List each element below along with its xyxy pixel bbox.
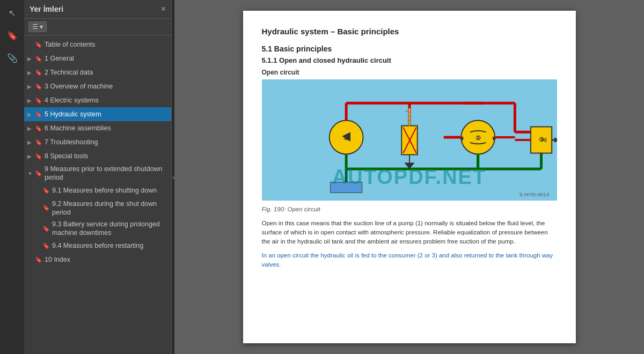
body-text-2: In an open circuit the hydraulic oil is … [262, 251, 557, 270]
circuit-diagram: ① ② [262, 79, 557, 201]
circuit-label: Open circuit [262, 69, 557, 76]
sidebar-item-label-8: 8 Special tools [45, 152, 168, 160]
bookmark-icon-1: 🔖 [35, 55, 42, 62]
sidebar-item-label-3: 3 Overview of machine [45, 82, 168, 91]
bookmark-icon-toc: 🔖 [35, 41, 42, 48]
expand-arrow-3: ▶ [27, 84, 35, 90]
sidebar-item-label-9-2: 9.2 Measures during the shut down period [52, 200, 168, 217]
expand-arrow-1: ▶ [27, 56, 35, 62]
sidebar-item-label-9-3: 9.3 Battery service during prolonged mac… [52, 220, 168, 238]
sidebar-item-10[interactable]: 🔖 10 Index [24, 253, 171, 267]
sidebar-item-label-1: 1 General [45, 54, 168, 63]
sidebar-item-label-5: 5 Hydraulic system [45, 110, 168, 119]
page-title: Hydraulic system – Basic principles [262, 27, 557, 38]
bookmark-icon-5: 🔖 [35, 111, 42, 118]
sidebar-item-label-6: 6 Machine assemblies [45, 124, 168, 132]
sidebar-item-9-1[interactable]: 🔖 9.1 Measures before shutting down [24, 184, 171, 198]
sidebar-item-9-4[interactable]: 🔖 9.4 Measures before restarting [24, 239, 171, 253]
body-text-1: Open in this case means that the suction… [262, 219, 557, 247]
sidebar-item-9-2[interactable]: 🔖 9.2 Measures during the shut down peri… [24, 198, 171, 219]
sidebar-item-label-10: 10 Index [45, 255, 168, 264]
sidebar-item-4[interactable]: ▶ 🔖 4 Electric systems [24, 93, 171, 107]
sidebar-panel: Yer İmleri × ☰ ▾ 🔖 Table of contents ▶ 🔖… [24, 0, 172, 354]
sidebar-item-9-3[interactable]: 🔖 9.3 Battery service during prolonged m… [24, 218, 171, 239]
bookmark-icon-9: 🔖 [35, 170, 42, 177]
bookmark-icon-7: 🔖 [35, 139, 42, 146]
svg-rect-16 [330, 182, 362, 193]
svg-text:S-HYD-0013: S-HYD-0013 [519, 191, 549, 197]
bookmark-icon-9-4: 🔖 [42, 242, 50, 249]
bookmark-icon-9-2: 🔖 [42, 204, 50, 211]
sidebar-view-dropdown-icon: ▾ [40, 23, 43, 31]
sidebar-item-1[interactable]: ▶ 🔖 1 General [24, 51, 171, 65]
cursor-tool-icon[interactable]: ↖ [4, 4, 21, 21]
sidebar-item-label-9-4: 9.4 Measures before restarting [52, 241, 168, 250]
document-page: Hydraulic system – Basic principles 5.1 … [243, 11, 576, 343]
expand-arrow-4: ▶ [27, 98, 35, 104]
sidebar-item-label-7: 7 Troubleshooting [45, 138, 168, 146]
sidebar-view-button[interactable]: ☰ ▾ [28, 21, 47, 32]
left-toolbar: ↖ 🔖 📎 [0, 0, 24, 354]
expand-arrow-9: ▼ [27, 171, 35, 176]
main-content-area: Hydraulic system – Basic principles 5.1 … [174, 0, 644, 354]
bookmark-panel-icon[interactable]: 🔖 [4, 27, 21, 44]
bookmark-icon-3: 🔖 [35, 83, 42, 90]
sidebar-item-toc[interactable]: 🔖 Table of contents [24, 38, 171, 51]
sidebar-item-label-9-1: 9.1 Measures before shutting down [52, 186, 168, 195]
sidebar-item-7[interactable]: ▶ 🔖 7 Troubleshooting [24, 135, 171, 149]
sidebar-item-8[interactable]: ▶ 🔖 8 Special tools [24, 149, 171, 163]
section-heading: 5.1 Basic principles [262, 45, 557, 53]
sub-heading: 5.1.1 Open and closed hydraulic circuit [262, 56, 557, 64]
expand-arrow-6: ▶ [27, 126, 35, 131]
attachment-icon[interactable]: 📎 [4, 49, 21, 67]
sidebar-view-icon: ☰ [32, 23, 38, 31]
sidebar-item-label-2: 2 Technical data [45, 68, 168, 77]
sidebar-close-button[interactable]: × [161, 4, 166, 14]
sidebar-title: Yer İmleri [30, 5, 63, 13]
sidebar-toolbar: ☰ ▾ [24, 19, 171, 35]
bookmark-icon-6: 🔖 [35, 125, 42, 132]
sidebar-item-label-9: 9 Measures prior to extended shutdown pe… [45, 165, 168, 182]
sidebar-header: Yer İmleri × [24, 0, 171, 19]
fig-caption: Fig. 190: Open circuit [262, 206, 557, 212]
sidebar-item-label-4: 4 Electric systems [45, 96, 168, 105]
bookmark-icon-8: 🔖 [35, 153, 42, 160]
sidebar-tree: 🔖 Table of contents ▶ 🔖 1 General ▶ 🔖 2 … [24, 35, 171, 354]
sidebar-item-6[interactable]: ▶ 🔖 6 Machine assemblies [24, 121, 171, 135]
bookmark-icon-4: 🔖 [35, 97, 42, 104]
sidebar-item-2[interactable]: ▶ 🔖 2 Technical data [24, 65, 171, 79]
expand-arrow-2: ▶ [27, 70, 35, 76]
expand-arrow-7: ▶ [27, 139, 35, 145]
sidebar-item-5[interactable]: ▶ 🔖 5 Hydraulic system [24, 107, 171, 121]
bookmark-icon-9-1: 🔖 [42, 187, 50, 194]
expand-arrow-8: ▶ [27, 153, 35, 159]
sidebar-item-label-toc: Table of contents [45, 40, 168, 49]
expand-arrow-5: ▶ [27, 112, 35, 117]
bookmark-icon-10: 🔖 [35, 256, 42, 263]
bookmark-icon-9-3: 🔖 [42, 225, 50, 232]
svg-text:②: ② [475, 135, 480, 141]
bookmark-icon-2: 🔖 [35, 69, 42, 76]
sidebar-item-9[interactable]: ▼ 🔖 9 Measures prior to extended shutdow… [24, 163, 171, 184]
sidebar-item-3[interactable]: ▶ 🔖 3 Overview of machine [24, 79, 171, 93]
